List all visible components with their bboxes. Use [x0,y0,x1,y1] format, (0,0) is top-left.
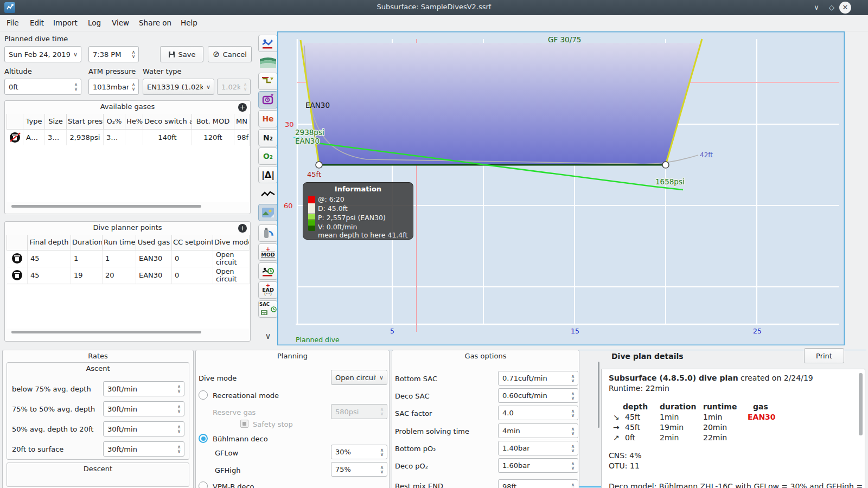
spinner-arrows-icon[interactable]: ∧∨ [568,444,578,453]
minimize-button[interactable]: ∨ [810,2,822,14]
menu-import[interactable]: Import [53,18,78,27]
toolbar-mod-button[interactable]: + MOD [258,243,278,261]
spinner-arrows-icon[interactable]: ∧∨ [568,461,578,470]
point-gas[interactable]: EAN30 [136,250,172,267]
rate-spinner[interactable]: 30ft/min∧∨ [103,421,184,436]
delete-point-button[interactable] [7,267,28,284]
gases-hscrollbar[interactable] [11,205,201,208]
spinner-arrows-icon[interactable]: ∧∨ [174,445,184,453]
planner-point-row[interactable]: 45 19 20 EAN30 0 Open circuit [7,267,250,284]
col-o2[interactable]: O₂% [104,114,125,129]
bottom-sac-spinner[interactable]: 0.71cuft/min∧∨ [498,371,578,386]
print-button[interactable]: Print [804,348,844,363]
point-mode[interactable]: Open circuit [213,267,250,284]
col-start-press[interactable]: Start press [67,114,104,129]
menu-file[interactable]: File [7,18,19,27]
col-run-time[interactable]: Run time [103,235,136,250]
point-gas[interactable]: EAN30 [136,267,172,284]
point-depth[interactable]: 45 [28,250,71,267]
spinner-arrows-icon[interactable]: ∧∨ [568,427,578,435]
rate-spinner[interactable]: 30ft/min∧∨ [103,381,184,396]
water-type-select[interactable]: EN13319 (1.02k ∨ [143,79,214,95]
deco-po2-spinner[interactable]: 1.60bar∧∨ [498,458,578,473]
add-gas-button[interactable]: + [238,103,247,112]
atm-pressure-spinner[interactable]: 1013mbar ∧∨ [88,79,139,95]
point-setpoint[interactable]: 0 [172,250,213,267]
point-depth[interactable]: 45 [28,267,71,284]
menu-view[interactable]: View [112,18,129,27]
altitude-spinner[interactable]: 0ft ∧∨ [4,79,81,95]
recreational-mode-radio[interactable] [199,390,208,400]
col-duration[interactable]: Duration [71,235,103,250]
gas-type[interactable]: A… [23,129,45,145]
trash-icon[interactable] [12,253,22,264]
spinner-arrows-icon[interactable]: ∧∨ [129,82,138,91]
spinner-arrows-icon[interactable]: ∧∨ [568,374,578,383]
plan-vscrollbar[interactable] [859,373,863,435]
gflow-spinner[interactable]: 30%∧∨ [331,445,387,459]
col-mnd[interactable]: MN [234,114,250,129]
toolbar-ndl-button[interactable] [258,262,278,280]
gas-size[interactable]: 3… [45,129,67,145]
sac-factor-spinner[interactable]: 4.0∧∨ [498,406,578,420]
gas-deco-switch[interactable]: 140ft [143,129,192,145]
gfhigh-spinner[interactable]: 75%∧∨ [331,462,387,477]
spinner-arrows-icon[interactable]: ∧∨ [568,409,578,418]
point-runtime[interactable]: 20 [103,267,136,284]
best-mix-end-spinner[interactable]: 98ft∧∨ [498,479,578,488]
deco-sac-spinner[interactable]: 0.60cuft/min∧∨ [498,388,578,403]
delete-point-button[interactable] [7,250,28,267]
point-runtime[interactable]: 1 [103,250,136,267]
vpmb-deco-radio[interactable] [199,481,208,488]
toolbar-calc-ceiling-button[interactable] [258,91,278,108]
toolbar-sac-button[interactable]: SAC [258,300,278,318]
gas-he[interactable] [125,129,143,145]
gas-bot-mod[interactable]: 120ft [192,129,234,145]
toolbar-o2-button[interactable]: O₂ [258,147,278,165]
toolbar-ead-button[interactable]: + EAD (···) [258,281,278,299]
waypoint-handle[interactable] [316,162,322,168]
toolbar-ceiling-button[interactable] [258,73,278,90]
toolbar-photos-button[interactable] [258,204,278,221]
toolbar-scroll-down-button[interactable]: ∨ [258,328,278,345]
spinner-arrows-icon[interactable]: ∧∨ [174,384,184,393]
save-button[interactable]: Save [160,46,203,62]
spinner-arrows-icon[interactable]: ∧∨ [568,391,578,400]
problem-solving-time-spinner[interactable]: 4min∧∨ [498,423,578,438]
menu-share-on[interactable]: Share on [139,18,171,27]
dive-mode-select[interactable]: Open circuit∨ [331,370,387,385]
spinner-arrows-icon[interactable]: ∧∨ [377,448,387,457]
gas-o2[interactable]: 3… [104,129,125,145]
points-hscrollbar[interactable] [11,331,201,333]
toolbar-waves-button[interactable] [258,54,278,71]
col-bot-mod[interactable]: Bot. MOD [192,114,234,129]
safety-stop-checkbox[interactable] [240,420,248,428]
gas-mnd[interactable]: 98f [234,129,250,145]
toolbar-tissue-button[interactable]: |Δ| [258,166,278,183]
point-mode[interactable]: Open circuit [213,250,250,267]
splitter-handle[interactable] [598,362,599,428]
point-duration[interactable]: 19 [71,267,103,284]
spinner-arrows-icon[interactable]: ∧∨ [71,82,81,91]
point-duration[interactable]: 1 [71,250,103,267]
cancel-button[interactable]: ⊘ Cancel [208,46,252,62]
close-button[interactable]: ✕ [839,2,851,14]
add-point-button[interactable]: + [238,224,247,233]
trash-icon[interactable] [10,132,20,143]
spinner-arrows-icon[interactable]: ∧∨ [568,483,578,488]
spinner-arrows-icon[interactable]: ∧∨ [377,465,387,474]
menu-edit[interactable]: Edit [30,18,44,27]
col-final-depth[interactable]: Final depth [28,235,71,250]
col-deco-switch[interactable]: Deco switch at [143,114,192,129]
toolbar-dive-computer-button[interactable] [258,35,278,52]
spinner-arrows-icon[interactable]: ∧∨ [174,425,184,433]
col-type[interactable]: Type [23,114,45,129]
rate-spinner[interactable]: 30ft/min∧∨ [103,441,184,457]
toolbar-n2-button[interactable]: N₂ [258,129,278,146]
waypoint-handle[interactable] [662,162,669,168]
col-he[interactable]: He% [125,114,143,129]
trash-icon[interactable] [12,270,22,280]
col-cc-setpoint[interactable]: CC setpoint [172,235,213,250]
delete-gas-button[interactable] [7,129,23,145]
dive-time-spinner[interactable]: 7:38 PM ∧∨ [88,46,139,62]
